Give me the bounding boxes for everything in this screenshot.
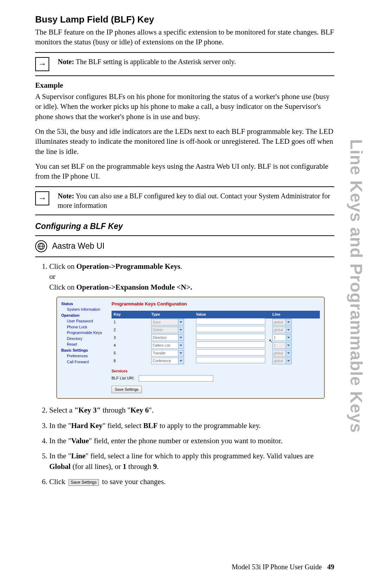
table-row: 3Directory1 bbox=[112, 334, 320, 342]
save-settings-button[interactable]: Save Settings bbox=[112, 386, 142, 393]
save-settings-inline-button: Save Settings bbox=[69, 479, 99, 486]
type-select[interactable]: Transfer bbox=[151, 350, 184, 357]
nav-item[interactable]: Preferences bbox=[61, 353, 105, 359]
divider bbox=[35, 186, 334, 187]
step-1: Click on Operation->Programmable Keys. o… bbox=[49, 261, 334, 399]
blf-uri-input[interactable] bbox=[139, 375, 213, 382]
divider bbox=[35, 75, 334, 76]
body-paragraph: You can set BLF on the programmable keys… bbox=[35, 161, 334, 181]
body-paragraph: On the 53i, the busy and idle indicators… bbox=[35, 126, 334, 156]
nav-item[interactable]: System Information bbox=[61, 307, 105, 312]
blf-uri-label: BLF List URI: bbox=[112, 376, 134, 381]
step-2: Select a "Key 3" through "Key 6". bbox=[49, 405, 334, 415]
divider bbox=[35, 52, 334, 53]
globe-icon bbox=[35, 240, 47, 252]
divider bbox=[35, 215, 334, 215]
type-select[interactable]: Callers List bbox=[151, 342, 184, 349]
note-block: → Note: You can also use a BLF configure… bbox=[35, 191, 334, 210]
table-row: 6Conferenceglobal bbox=[112, 357, 320, 365]
line-select[interactable]: global bbox=[272, 327, 292, 333]
panel-title: Programmable Keys Configuration bbox=[112, 301, 320, 307]
line-select[interactable]: global bbox=[272, 319, 292, 326]
webui-label: Aastra Web UI bbox=[52, 241, 104, 251]
type-select[interactable]: Save bbox=[151, 319, 184, 326]
nav-item[interactable]: Call Forward bbox=[61, 359, 105, 365]
value-input[interactable] bbox=[196, 326, 265, 332]
value-input[interactable] bbox=[196, 341, 265, 348]
table-row: 2Deleteglobal bbox=[112, 326, 320, 334]
intro-paragraph: The BLF feature on the IP phones allows … bbox=[35, 27, 334, 47]
note-block: → Note: The BLF setting is applicable to… bbox=[35, 57, 334, 71]
nav-item[interactable]: Phone Lock bbox=[61, 324, 105, 330]
services-heading: Services bbox=[112, 369, 320, 374]
divider bbox=[35, 256, 334, 257]
divider bbox=[35, 235, 334, 236]
table-header: Key Type Value Line bbox=[112, 311, 320, 318]
page-footer: Model 53i IP Phone User Guide 49 bbox=[232, 563, 334, 571]
nav-item[interactable]: User Password bbox=[61, 318, 105, 324]
step-3: In the "Hard Key" field, select BLF to a… bbox=[49, 421, 334, 431]
example-heading: Example bbox=[35, 80, 334, 90]
line-select[interactable]: 1 bbox=[272, 334, 292, 341]
nav-panel: Status System Information Operation User… bbox=[61, 301, 105, 393]
step-4: In the "Value" field, enter the phone nu… bbox=[49, 436, 334, 446]
subsection-heading: Configuring a BLF Key bbox=[35, 222, 334, 231]
webui-screenshot: Status System Information Operation User… bbox=[56, 297, 325, 399]
arrow-right-icon: → bbox=[35, 191, 49, 205]
line-select[interactable]: global bbox=[272, 358, 292, 364]
line-select[interactable]: global bbox=[272, 350, 292, 357]
type-select[interactable]: Directory bbox=[151, 334, 184, 341]
side-chapter-title: Line Keys and Programmable Keys bbox=[347, 139, 366, 433]
table-row: 1Saveglobal bbox=[112, 318, 320, 326]
cursor-icon: ↖ bbox=[269, 338, 273, 344]
webui-header: Aastra Web UI bbox=[35, 240, 334, 252]
nav-item[interactable]: Reset bbox=[61, 341, 105, 347]
type-select[interactable]: Conference bbox=[151, 358, 184, 364]
value-input[interactable] bbox=[196, 318, 265, 324]
table-row: 4Callers List1 bbox=[112, 342, 320, 349]
step-5: In the "Line" field, select a line for w… bbox=[49, 451, 334, 472]
value-input[interactable] bbox=[196, 357, 265, 363]
line-select[interactable]: 1 bbox=[272, 342, 292, 349]
value-input[interactable] bbox=[196, 334, 265, 340]
body-paragraph: A Supervisor configures BLFs on his phon… bbox=[35, 92, 334, 122]
type-select[interactable]: Delete bbox=[151, 327, 184, 333]
note-text: Note: You can also use a BLF configured … bbox=[58, 191, 334, 210]
nav-item[interactable]: Programmable Keys bbox=[61, 330, 105, 336]
table-row: 5Transferglobal bbox=[112, 349, 320, 357]
step-6: Click Save Settings to save your changes… bbox=[49, 477, 334, 487]
nav-item[interactable]: Directory bbox=[61, 336, 105, 342]
arrow-right-icon: → bbox=[35, 57, 49, 71]
value-input[interactable] bbox=[196, 349, 265, 355]
note-text: Note: The BLF setting is applicable to t… bbox=[58, 57, 236, 67]
section-heading: Busy Lamp Field (BLF) Key bbox=[35, 14, 334, 25]
